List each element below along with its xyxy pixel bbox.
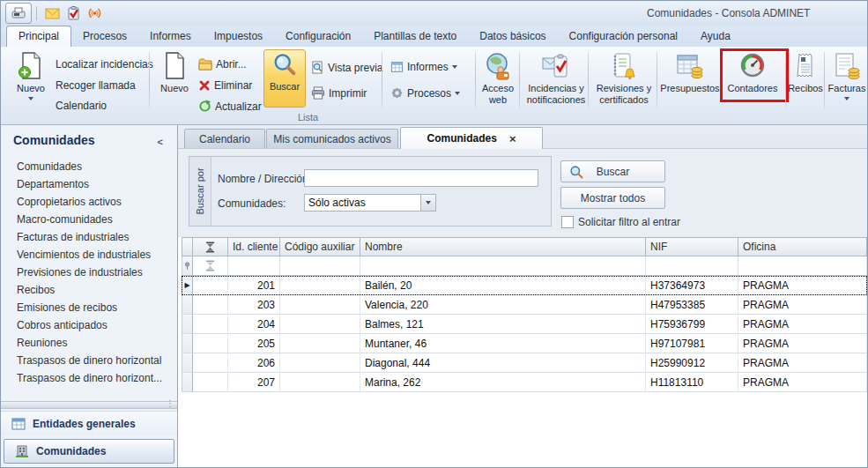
sidebar-item-vencimientos-de-industriales[interactable]: Vencimientos de industriales — [1, 246, 177, 264]
table-cell[interactable] — [193, 295, 228, 315]
menu-item-recoger-llamada[interactable]: Recoger llamada — [56, 79, 136, 92]
table-cell[interactable]: Balmes, 121 — [360, 315, 646, 334]
procesos-menu-button[interactable]: Procesos — [390, 86, 460, 100]
sidebar-item-macro-comunidades[interactable]: Macro-comunidades — [1, 211, 177, 228]
table-row[interactable]: ▶201Bailén, 20H37364973PRAGMA — [182, 276, 867, 295]
table-cell[interactable]: PRAGMA — [738, 353, 867, 373]
sidebar-item-reuniones[interactable]: Reuniones — [1, 334, 177, 352]
select-dropdown-button[interactable] — [420, 195, 435, 211]
ribbon-tab-configuración[interactable]: Configuración — [274, 26, 362, 47]
tasks-check-icon[interactable] — [63, 4, 84, 23]
filter-cell[interactable] — [360, 256, 646, 276]
incidencias-notificaciones-button[interactable]: Incidencias y notificaciones — [523, 50, 590, 105]
column-header-codigo-auxiliar[interactable]: Código auxiliar — [280, 237, 360, 256]
table-cell[interactable] — [193, 315, 228, 334]
table-cell[interactable] — [280, 373, 360, 392]
imprimir-button[interactable]: Imprimir — [311, 86, 367, 100]
nuevo-incidencia-button[interactable]: Nuevo — [10, 50, 52, 100]
table-cell[interactable]: 205 — [228, 334, 280, 353]
table-cell[interactable]: H47953385 — [646, 295, 738, 315]
buscar-ribbon-button[interactable]: Buscar — [263, 49, 306, 108]
nuevo-button[interactable]: Nuevo — [154, 50, 195, 94]
name-direccion-input[interactable] — [304, 169, 538, 187]
table-row[interactable]: 206Diagonal, 444H25990912PRAGMA — [182, 353, 867, 373]
column-header-hourglass[interactable] — [193, 237, 228, 256]
informes-menu-button[interactable]: Informes — [390, 61, 457, 73]
table-cell[interactable] — [193, 373, 228, 392]
sidebar-item-previsiones-de-industriales[interactable]: Previsiones de industriales — [1, 264, 177, 281]
table-cell[interactable] — [280, 276, 360, 295]
table-cell[interactable]: H25990912 — [646, 353, 738, 373]
comunidades-select[interactable]: Sólo activas — [304, 194, 436, 212]
table-cell[interactable] — [182, 315, 193, 334]
sidebar-item-traspasos-de-dinero-horizont[interactable]: Traspasos de dinero horizont... — [1, 369, 177, 387]
column-header-nombre[interactable]: Nombre — [360, 237, 646, 256]
filter-cell-hourglass[interactable] — [193, 256, 228, 276]
table-cell[interactable]: Valencia, 220 — [360, 295, 646, 315]
solicitar-filtro-checkbox[interactable] — [561, 216, 574, 228]
table-cell[interactable]: Bailén, 20 — [360, 276, 646, 295]
ribbon-tab-configuración-personal[interactable]: Configuración personal — [558, 26, 689, 47]
broadcast-icon[interactable] — [84, 4, 105, 23]
table-row[interactable]: 207Marina, 262H11813110PRAGMA — [182, 373, 867, 392]
table-cell[interactable] — [280, 353, 360, 373]
table-cell[interactable] — [182, 295, 193, 315]
sidebar-splitter[interactable]: ⋮ — [1, 401, 177, 409]
table-cell[interactable]: 201 — [228, 276, 280, 295]
grid-filter-row[interactable] — [182, 256, 867, 276]
table-cell[interactable] — [193, 276, 228, 295]
sidebar-item-recibos[interactable]: Recibos — [1, 281, 177, 299]
doc-tab-mis-comunicados-activos[interactable]: Mis comunicados activos — [266, 129, 398, 148]
contadores-button[interactable]: Contadores — [725, 50, 780, 94]
filter-cell[interactable] — [738, 256, 867, 276]
table-cell[interactable]: 206 — [228, 353, 280, 373]
app-menu-button[interactable] — [5, 3, 32, 24]
collapse-chevron-icon[interactable]: < — [158, 137, 163, 147]
table-cell[interactable]: H97107981 — [646, 334, 738, 353]
table-cell[interactable] — [182, 353, 193, 373]
vista-previa-button[interactable]: Vista previa — [311, 61, 382, 74]
sidebar-footer-comunidades[interactable]: Comunidades — [4, 439, 174, 464]
column-header-oficina[interactable]: Oficina — [738, 237, 867, 256]
table-cell[interactable] — [182, 334, 193, 353]
filter-cell[interactable] — [228, 256, 280, 276]
table-cell[interactable]: 207 — [228, 373, 280, 392]
mail-icon[interactable] — [41, 4, 63, 23]
table-cell[interactable]: 204 — [228, 315, 280, 334]
table-cell[interactable]: PRAGMA — [738, 295, 867, 315]
sidebar-footer-entidades-generales[interactable]: Entidades generales — [1, 411, 177, 435]
sidebar-item-emisiones-de-recibos[interactable]: Emisiones de recibos — [1, 299, 177, 316]
table-cell[interactable]: H37364973 — [646, 276, 738, 295]
acceso-web-button[interactable]: Acceso web — [478, 50, 518, 105]
table-cell[interactable]: Muntaner, 46 — [360, 334, 646, 353]
sidebar-item-facturas-de-industriales[interactable]: Facturas de industriales — [1, 228, 177, 246]
table-cell[interactable] — [182, 373, 193, 392]
table-cell[interactable]: PRAGMA — [738, 276, 867, 295]
ribbon-tab-principal[interactable]: Principal — [6, 26, 71, 47]
eliminar-button[interactable]: Eliminar — [198, 79, 252, 92]
sidebar-item-copropietarios-activos[interactable]: Copropietarios activos — [1, 193, 177, 211]
menu-item-localizar-incidencias[interactable]: Localizar incidencias — [56, 58, 153, 71]
table-cell[interactable]: ▶ — [182, 276, 193, 295]
revisiones-certificados-button[interactable]: Revisiones y certificados — [591, 50, 657, 105]
doc-tab-calendario[interactable]: Calendario — [184, 129, 265, 148]
ribbon-tab-datos-básicos[interactable]: Datos básicos — [468, 26, 557, 47]
close-icon[interactable]: × — [509, 132, 516, 145]
presupuestos-button[interactable]: Presupuestos — [660, 50, 720, 94]
recibos-button[interactable]: Recibos — [787, 50, 824, 94]
ribbon-tab-ayuda[interactable]: Ayuda — [689, 26, 742, 47]
doc-tab-comunidades[interactable]: Comunidades × — [400, 127, 543, 149]
table-cell[interactable]: PRAGMA — [738, 373, 867, 392]
column-header-nif[interactable]: NIF — [646, 237, 738, 256]
table-row[interactable]: 203Valencia, 220H47953385PRAGMA — [182, 295, 867, 315]
table-row[interactable]: 205Muntaner, 46H97107981PRAGMA — [182, 334, 867, 353]
sidebar-item-departamentos[interactable]: Departamentos — [1, 175, 177, 193]
table-cell[interactable]: H75936799 — [646, 315, 738, 334]
table-cell[interactable]: 203 — [228, 295, 280, 315]
sidebar-item-cobros-anticipados[interactable]: Cobros anticipados — [1, 316, 177, 334]
table-row[interactable]: 204Balmes, 121H75936799PRAGMA — [182, 315, 867, 334]
ribbon-tab-impuestos[interactable]: Impuestos — [203, 26, 274, 47]
actualizar-button[interactable]: Actualizar — [198, 100, 262, 113]
column-header-id-cliente[interactable]: Id. cliente — [228, 237, 280, 256]
table-cell[interactable] — [193, 334, 228, 353]
